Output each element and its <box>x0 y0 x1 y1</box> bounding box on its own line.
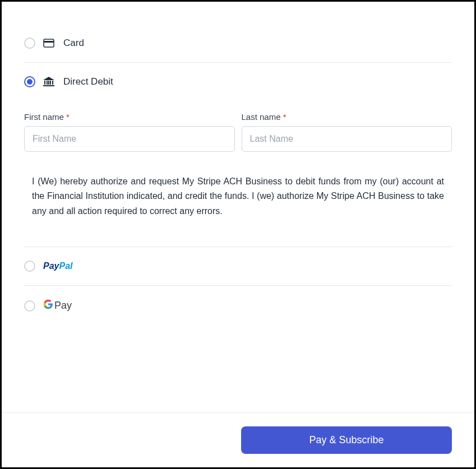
paypal-pal-text: Pal <box>59 261 72 271</box>
pay-subscribe-button[interactable]: Pay & Subscribe <box>241 426 452 454</box>
last-name-label: Last name * <box>242 112 452 122</box>
svg-rect-8 <box>43 85 54 86</box>
svg-rect-0 <box>44 39 54 47</box>
name-row: First name * Last name * <box>24 112 452 152</box>
first-name-label: First name * <box>24 112 235 122</box>
card-icon <box>43 39 54 48</box>
direct-debit-label: Direct Debit <box>63 76 113 87</box>
required-marker: * <box>283 112 286 122</box>
paypal-pay-text: Pay <box>43 261 59 271</box>
svg-rect-6 <box>50 81 51 85</box>
paypal-icon: PayPal <box>43 261 72 271</box>
option-label-direct-debit[interactable]: Direct Debit <box>43 76 113 87</box>
gpay-label: Pay <box>54 300 72 312</box>
svg-rect-3 <box>44 81 45 85</box>
google-g-icon <box>43 299 53 312</box>
svg-rect-7 <box>52 81 53 85</box>
last-name-label-text: Last name <box>242 112 283 122</box>
payment-option-paypal[interactable]: PayPal <box>24 247 452 285</box>
radio-paypal[interactable] <box>24 261 35 272</box>
option-label-gpay[interactable]: Pay <box>43 299 72 312</box>
svg-rect-5 <box>48 81 49 85</box>
first-name-input[interactable] <box>24 126 235 152</box>
bank-icon <box>43 77 54 87</box>
card-label: Card <box>63 38 84 49</box>
svg-marker-2 <box>43 77 54 80</box>
payment-option-direct-debit[interactable]: Direct Debit <box>24 63 452 101</box>
last-name-input[interactable] <box>242 126 452 152</box>
last-name-field-wrapper: Last name * <box>242 112 452 152</box>
svg-rect-4 <box>47 81 48 85</box>
authorization-text: I (We) hereby authorize and request My S… <box>24 169 452 230</box>
radio-gpay[interactable] <box>24 300 35 312</box>
payment-option-card[interactable]: Card <box>24 24 452 62</box>
radio-card[interactable] <box>24 38 35 49</box>
direct-debit-form: First name * Last name * I (We) hereby a… <box>24 101 452 247</box>
payment-option-gpay[interactable]: Pay <box>24 286 452 326</box>
option-label-card[interactable]: Card <box>43 38 84 49</box>
first-name-label-text: First name <box>24 112 66 122</box>
option-label-paypal[interactable]: PayPal <box>43 261 72 271</box>
required-marker: * <box>66 112 70 122</box>
payment-form: Card Direct Debit <box>2 2 474 412</box>
first-name-field-wrapper: First name * <box>24 112 235 152</box>
radio-direct-debit[interactable] <box>24 76 35 87</box>
footer: Pay & Subscribe <box>2 412 474 467</box>
svg-rect-1 <box>44 41 54 43</box>
